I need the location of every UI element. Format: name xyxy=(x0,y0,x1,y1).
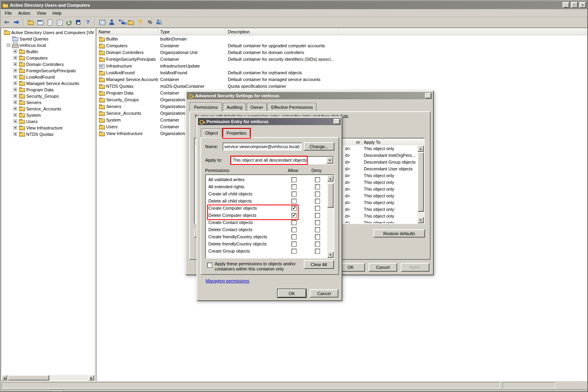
tree-item-domain-controllers[interactable]: Domain Controllers xyxy=(2,61,94,67)
tree-expander-icon[interactable] xyxy=(14,75,17,79)
allow-checkbox-all-validated-writes[interactable] xyxy=(291,177,297,182)
tree-expander-icon[interactable] xyxy=(14,94,17,98)
back-button[interactable] xyxy=(2,18,11,27)
tree-item-builtin[interactable]: Builtin xyxy=(2,48,94,54)
tree-item-system[interactable]: System xyxy=(2,112,94,118)
column-apply-to[interactable]: Apply To xyxy=(361,139,424,145)
tree-expander-icon[interactable] xyxy=(14,81,17,85)
show-console-tree-button[interactable] xyxy=(36,18,45,27)
tab-effective-permissions[interactable]: Effective Permissions xyxy=(268,103,316,111)
scroll-down-button[interactable]: ▼ xyxy=(417,217,424,223)
tree-item-active-directory-users-and-computers-vmf[interactable]: Active Directory Users and Computers [VM… xyxy=(2,29,94,35)
help-button[interactable]: ? xyxy=(83,18,92,27)
deny-checkbox-delete-contact-objects[interactable] xyxy=(315,227,320,232)
list-row-ntds-quotas[interactable]: NTDS QuotasmsDS-QuotaContainerQuota spec… xyxy=(97,83,587,89)
tree-item-saved-queries[interactable]: Saved Queries xyxy=(2,35,94,42)
up-one-level-button[interactable] xyxy=(26,18,35,27)
tab-permissions[interactable]: Permissions xyxy=(190,102,222,112)
window-titlebar[interactable]: Active Directory Users and Computers _ □… xyxy=(1,1,587,9)
tree-item-foreignsecurityprincipals[interactable]: ForeignSecurityPrincipals xyxy=(2,67,94,73)
tree-expander-icon[interactable] xyxy=(14,100,17,104)
entries-scroll-thumb[interactable] xyxy=(417,152,424,212)
permission-entry-titlebar[interactable]: Permission Entry for vmfocus × xyxy=(198,118,341,125)
menu-item-file[interactable]: File xyxy=(2,10,15,17)
column-header-type[interactable]: Type xyxy=(158,28,226,35)
tree-item-lostandfound[interactable]: LostAndFound xyxy=(2,73,94,80)
tree-expander-icon[interactable] xyxy=(14,113,17,117)
advanced-apply-button[interactable]: Apply xyxy=(401,263,429,272)
entries-scrollbar[interactable]: ▲ ▼ xyxy=(417,145,424,223)
tree-scroll-thumb[interactable] xyxy=(8,375,49,380)
list-row-foreignsecurityprincipals[interactable]: ForeignSecurityPrincipalsContainerDefaul… xyxy=(97,56,587,62)
view-table-button[interactable] xyxy=(98,18,107,27)
tree-expander-icon[interactable] xyxy=(14,88,17,91)
new-organizational-unit-button[interactable] xyxy=(126,18,135,27)
allow-checkbox-create-all-child-objects[interactable] xyxy=(291,191,297,197)
scroll-down-button[interactable]: ▼ xyxy=(327,251,334,258)
tree-item-security-groups[interactable]: Security_Groups xyxy=(2,93,94,99)
tree-item-computers[interactable]: Computers xyxy=(2,54,94,61)
tree-expander-icon[interactable] xyxy=(14,56,17,60)
list-row-lostandfound[interactable]: LostAndFoundlostAndFoundDefault containe… xyxy=(97,69,587,76)
export-list-button[interactable] xyxy=(74,18,83,27)
list-row-infrastructure[interactable]: InfrastructureinfrastructureUpdate xyxy=(97,62,587,69)
advanced-options-button[interactable]: % xyxy=(146,18,154,27)
restore-button[interactable]: □ xyxy=(571,2,578,8)
deny-checkbox-create-friendlycountry-objects[interactable] xyxy=(315,234,320,239)
allow-checkbox-create-friendlycountry-objects[interactable] xyxy=(291,234,297,239)
scroll-right-button[interactable]: ▶ xyxy=(89,375,94,380)
menu-item-action[interactable]: Action xyxy=(15,10,34,17)
tree-item-vmfocus-local[interactable]: vmfocus.local xyxy=(2,42,94,48)
permissions-scroll-thumb[interactable] xyxy=(327,183,334,208)
tab-object[interactable]: Object xyxy=(201,128,222,137)
tab-owner[interactable]: Owner xyxy=(247,103,267,111)
tree-item-managed-service-accounts[interactable]: Managed Service Accounts xyxy=(2,80,94,86)
list-row-managed-service-accounts[interactable]: Managed Service AccountsContainerDefault… xyxy=(97,76,587,83)
copy-button[interactable] xyxy=(45,18,54,27)
menu-item-help[interactable]: Help xyxy=(49,10,65,17)
refresh-button[interactable] xyxy=(64,18,73,27)
list-row-builtin[interactable]: BuiltinbuiltinDomain xyxy=(97,35,587,42)
allow-checkbox-delete-friendlycountry-objects[interactable] xyxy=(291,241,297,247)
forward-button[interactable] xyxy=(12,18,21,27)
advanced-security-titlebar[interactable]: Advanced Security Settings for vmfocus × xyxy=(187,92,432,99)
allow-checkbox-all-extended-rights[interactable] xyxy=(291,184,297,189)
new-user-button[interactable] xyxy=(107,18,116,27)
column-header-description[interactable]: Description xyxy=(226,28,339,35)
apply-to-dropdown-button[interactable]: ▼ xyxy=(326,157,333,164)
deny-checkbox-delete-all-child-objects[interactable] xyxy=(315,199,320,204)
tree-expander-icon[interactable] xyxy=(14,132,17,136)
deny-checkbox-create-group-objects[interactable] xyxy=(315,249,320,254)
tree-expander-icon[interactable] xyxy=(14,50,17,53)
close-button[interactable]: × xyxy=(579,2,586,8)
new-group-button[interactable] xyxy=(117,18,126,27)
advanced-cancel-button[interactable]: Cancel xyxy=(369,263,397,272)
allow-checkbox-create-group-objects[interactable] xyxy=(291,249,297,254)
permissions-scrollbar[interactable]: ▲ ▼ xyxy=(327,175,334,258)
tree-expander-icon[interactable] xyxy=(7,43,10,47)
tree-item-program-data[interactable]: Program Data xyxy=(2,86,94,93)
tree-item-service-accounts[interactable]: Service_Accounts xyxy=(2,105,94,112)
clear-all-button[interactable]: Clear All xyxy=(304,260,334,269)
tree-expander-icon[interactable] xyxy=(14,69,17,72)
menu-item-view[interactable]: View xyxy=(33,10,49,17)
tree-expander-icon[interactable] xyxy=(14,107,17,110)
deny-checkbox-all-validated-writes[interactable] xyxy=(315,177,320,182)
deny-checkbox-all-extended-rights[interactable] xyxy=(315,184,320,189)
permission-cancel-button[interactable]: Cancel xyxy=(310,289,338,297)
allow-checkbox-create-contact-objects[interactable] xyxy=(291,220,297,225)
tree-horizontal-scrollbar[interactable]: ◀ ▶ xyxy=(2,375,94,380)
deny-checkbox-create-all-child-objects[interactable] xyxy=(315,191,320,197)
allow-checkbox-delete-computer-objects[interactable] xyxy=(291,213,297,218)
apply-to-combobox[interactable]: This object and all descendant objects ▼ xyxy=(231,156,334,164)
permissions-list[interactable]: All validated writesAll extended rightsC… xyxy=(205,174,334,259)
tree-item-users[interactable]: Users xyxy=(2,118,94,124)
tree-expander-icon[interactable] xyxy=(14,120,17,123)
advanced-security-close-button[interactable]: × xyxy=(425,93,431,98)
tree-item-ntds-quotas[interactable]: NTDS Quotas xyxy=(2,131,94,137)
list-row-computers[interactable]: ComputersContainerDefault container for … xyxy=(97,42,587,49)
tab-auditing[interactable]: Auditing xyxy=(223,103,246,111)
tree-item-servers[interactable]: Servers xyxy=(2,99,94,105)
minimize-button[interactable]: _ xyxy=(563,2,569,8)
deny-checkbox-create-computer-objects[interactable] xyxy=(315,206,320,211)
